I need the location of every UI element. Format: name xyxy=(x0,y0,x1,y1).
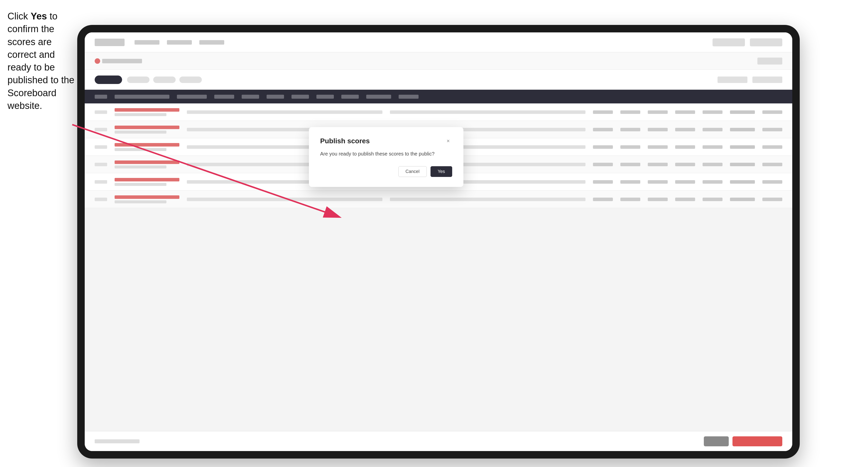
filter-item-finals[interactable] xyxy=(179,76,202,83)
tc-name xyxy=(115,195,179,204)
tc-score-2 xyxy=(620,128,640,131)
tc-score-1 xyxy=(593,197,613,201)
nav-links xyxy=(134,40,224,44)
tc-name xyxy=(115,108,179,116)
tc-score-3 xyxy=(648,180,668,184)
tc-name-line1 xyxy=(115,160,179,164)
tc-score-4 xyxy=(675,128,695,131)
tc-score-4 xyxy=(675,111,695,114)
tc-total xyxy=(730,163,755,166)
tc-name-line1 xyxy=(115,195,179,199)
tc-score-5 xyxy=(703,163,722,166)
th-2 xyxy=(267,95,284,99)
tc-score-2 xyxy=(620,145,640,149)
nav-right xyxy=(713,38,782,46)
filter-item-all[interactable] xyxy=(127,76,150,83)
modal-header: Publish scores × xyxy=(320,137,452,145)
tc-club-line xyxy=(115,165,166,168)
tc-club-line xyxy=(115,113,166,116)
tc-score-2 xyxy=(620,111,640,114)
tc-name-line1 xyxy=(115,178,179,181)
instruction-bold-word: Yes xyxy=(31,11,47,22)
tc-score-3 xyxy=(648,197,668,201)
filter-item-archery[interactable] xyxy=(153,76,176,83)
table-header xyxy=(85,90,792,103)
tc-club-line xyxy=(115,200,166,204)
filter-items xyxy=(127,76,713,83)
tc-total xyxy=(730,128,755,131)
sub-nav-icon xyxy=(95,58,100,64)
th-total xyxy=(366,95,391,99)
tc-name-line1 xyxy=(115,143,179,147)
tc-x10 xyxy=(763,180,782,184)
modal-close-button[interactable]: × xyxy=(444,137,452,145)
footer-publish-btn[interactable] xyxy=(733,436,782,446)
sub-nav xyxy=(85,52,792,70)
sub-nav-title xyxy=(102,59,142,63)
th-name xyxy=(115,95,169,99)
tc-score-4 xyxy=(675,197,695,201)
sub-nav-item xyxy=(95,58,142,64)
th-rank xyxy=(95,95,107,99)
instruction-text-after: to confirm the scores are correct and re… xyxy=(7,11,74,111)
tc-x10 xyxy=(763,197,782,201)
th-4 xyxy=(316,95,334,99)
tc-rank xyxy=(95,145,107,149)
tc-x10 xyxy=(763,145,782,149)
sub-nav-edit-btn[interactable] xyxy=(757,58,782,65)
nav-link-events[interactable] xyxy=(199,40,224,44)
modal-cancel-button[interactable]: Cancel xyxy=(398,166,427,177)
tablet-screen: Publish scores × Are you ready to publis… xyxy=(85,32,792,451)
tc-total xyxy=(730,180,755,184)
filter-bar xyxy=(85,70,792,90)
modal-footer: Cancel Yes xyxy=(320,166,452,177)
instruction-text: Click Yes to confirm the scores are corr… xyxy=(7,10,77,112)
tc-score-2 xyxy=(620,180,640,184)
th-1 xyxy=(242,95,259,99)
th-cat xyxy=(214,95,234,99)
table-footer xyxy=(85,431,792,451)
footer-buttons xyxy=(704,436,782,446)
nav-link-scoreboard[interactable] xyxy=(134,40,159,44)
instruction-text-before: Click xyxy=(7,11,31,22)
th-5 xyxy=(341,95,359,99)
tc-score-3 xyxy=(648,145,668,149)
table-row xyxy=(85,103,792,121)
tc-name-line1 xyxy=(115,126,179,129)
footer-save-btn[interactable] xyxy=(704,436,729,446)
tc-total xyxy=(730,145,755,149)
tc-score-4 xyxy=(675,145,695,149)
nav-link-competitions[interactable] xyxy=(167,40,192,44)
tc-rank xyxy=(95,163,107,166)
tc-score-4 xyxy=(675,180,695,184)
tc-rank xyxy=(95,128,107,131)
nav-user-btn[interactable] xyxy=(750,38,782,46)
tc-club-line xyxy=(115,131,166,133)
tc-score-4 xyxy=(675,163,695,166)
nav-settings-btn[interactable] xyxy=(713,38,745,46)
tc-name-line1 xyxy=(115,108,179,112)
tc-score-1 xyxy=(593,128,613,131)
tc-score-1 xyxy=(593,180,613,184)
tc-score-5 xyxy=(703,145,722,149)
tc-name xyxy=(115,178,179,186)
filter-right xyxy=(717,76,782,83)
tc-club-line xyxy=(115,148,166,151)
tc-score-3 xyxy=(648,128,668,131)
tc-score-5 xyxy=(703,197,722,201)
filter-export-btn[interactable] xyxy=(717,76,747,83)
filter-active-pill[interactable] xyxy=(95,75,122,84)
tc-score-2 xyxy=(620,163,640,166)
modal-yes-button[interactable]: Yes xyxy=(431,166,452,177)
tc-club-line xyxy=(115,183,166,186)
tc-score-2 xyxy=(620,197,640,201)
modal-title: Publish scores xyxy=(320,137,370,145)
tc-score-1 xyxy=(593,111,613,114)
th-3 xyxy=(291,95,309,99)
tc-score-1 xyxy=(593,163,613,166)
modal-dialog: Publish scores × Are you ready to publis… xyxy=(309,127,463,187)
table-row xyxy=(85,191,792,208)
tc-x10 xyxy=(763,111,782,114)
tc-rank xyxy=(95,111,107,114)
filter-print-btn[interactable] xyxy=(752,76,782,83)
